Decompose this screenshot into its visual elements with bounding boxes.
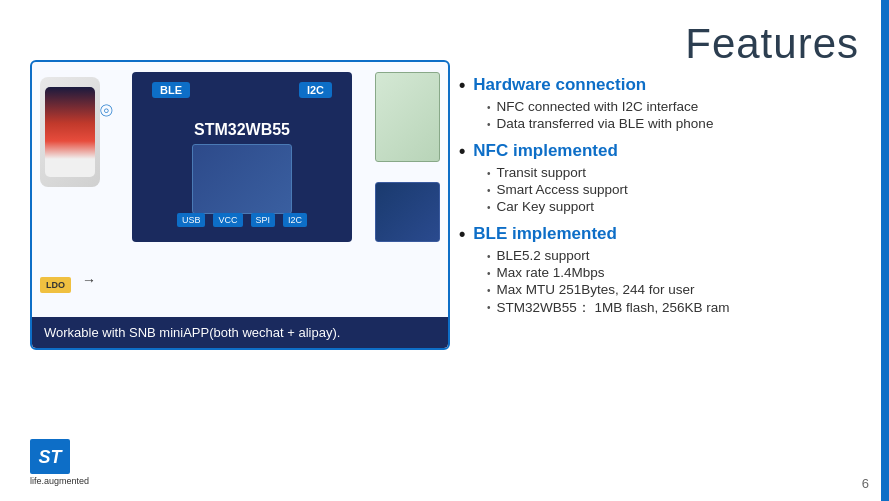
diagram-section: ⦾ BLE I2C STM32WB55 USB VCC SPI I2C → TF… xyxy=(30,60,450,370)
ble-wave-icon: ⦾ xyxy=(100,102,113,120)
sub-bullet-b3: • xyxy=(487,285,491,296)
st-logo-text: ST xyxy=(38,448,61,466)
ble-chip-label: BLE xyxy=(152,82,190,98)
feature-title-hardware: • Hardware connection xyxy=(459,75,859,95)
hardware-item-1: • NFC connected with I2C interface xyxy=(487,99,859,114)
bullet-hardware: • xyxy=(459,76,465,94)
sub-bullet-1: • xyxy=(487,102,491,113)
ldo-arrow-icon: → xyxy=(82,272,96,288)
nfc-item-2-text: Smart Access support xyxy=(497,182,628,197)
feature-group-ble: • BLE implemented • BLE5.2 support • Max… xyxy=(459,224,859,317)
nfc-item-1: • Transit support xyxy=(487,165,859,180)
nfc-item-3-text: Car Key support xyxy=(497,199,595,214)
feature-title-ble: • BLE implemented xyxy=(459,224,859,244)
ble-item-4: • STM32WB55： 1MB flash, 256KB ram xyxy=(487,299,859,317)
sub-bullet-2: • xyxy=(487,119,491,130)
ble-item-3: • Max MTU 251Bytes, 244 for user xyxy=(487,282,859,297)
sub-items-nfc: • Transit support • Smart Access support… xyxy=(487,165,859,214)
board-image-top xyxy=(375,72,440,162)
chip-board: BLE I2C STM32WB55 USB VCC SPI I2C xyxy=(132,72,352,242)
ble-item-3-text: Max MTU 251Bytes, 244 for user xyxy=(497,282,695,297)
sub-bullet-b1: • xyxy=(487,251,491,262)
sub-bullet-n1: • xyxy=(487,168,491,179)
sub-bullet-b2: • xyxy=(487,268,491,279)
feature-group-hardware: • Hardware connection • NFC connected wi… xyxy=(459,75,859,131)
bullet-nfc: • xyxy=(459,142,465,160)
feature-group-nfc: • NFC implemented • Transit support • Sm… xyxy=(459,141,859,214)
nfc-item-1-text: Transit support xyxy=(497,165,587,180)
feature-heading-hardware: Hardware connection xyxy=(473,75,646,95)
page-title: Features xyxy=(685,20,859,68)
hardware-item-2: • Data transferred via BLE with phone xyxy=(487,116,859,131)
ble-item-1: • BLE5.2 support xyxy=(487,248,859,263)
hardware-item-1-text: NFC connected with I2C interface xyxy=(497,99,699,114)
sub-bullet-n2: • xyxy=(487,185,491,196)
vcc-label: VCC xyxy=(213,213,242,227)
nfc-item-2: • Smart Access support xyxy=(487,182,859,197)
hardware-item-2-text: Data transferred via BLE with phone xyxy=(497,116,714,131)
phone-image xyxy=(40,77,100,187)
diagram-box: ⦾ BLE I2C STM32WB55 USB VCC SPI I2C → TF… xyxy=(30,60,450,350)
ble-item-2: • Max rate 1.4Mbps xyxy=(487,265,859,280)
feature-heading-nfc: NFC implemented xyxy=(473,141,618,161)
features-section: • Hardware connection • NFC connected wi… xyxy=(459,75,859,327)
page-number: 6 xyxy=(862,476,869,491)
spi-label: SPI xyxy=(251,213,276,227)
sub-labels: USB VCC SPI I2C xyxy=(132,213,352,227)
chip-name-label: STM32WB55 xyxy=(194,121,290,139)
ble-item-1-text: BLE5.2 support xyxy=(497,248,590,263)
diagram-caption: Workable with SNB miniAPP(both wechat + … xyxy=(32,317,448,348)
st-tagline: life.augmented xyxy=(30,476,89,486)
usb-label: USB xyxy=(177,213,206,227)
ble-item-2-text: Max rate 1.4Mbps xyxy=(497,265,605,280)
i2c2-label: I2C xyxy=(283,213,307,227)
st-logo-box: ST xyxy=(30,439,70,474)
sub-items-ble: • BLE5.2 support • Max rate 1.4Mbps • Ma… xyxy=(487,248,859,317)
chip-image xyxy=(192,144,292,214)
i2c-chip-label: I2C xyxy=(299,82,332,98)
accent-bar xyxy=(881,0,889,501)
diagram-inner: ⦾ BLE I2C STM32WB55 USB VCC SPI I2C → TF… xyxy=(32,62,448,348)
st-logo: ST life.augmented xyxy=(30,439,89,486)
sub-bullet-b4: • xyxy=(487,302,491,313)
nfc-item-3: • Car Key support xyxy=(487,199,859,214)
feature-heading-ble: BLE implemented xyxy=(473,224,617,244)
sub-bullet-n3: • xyxy=(487,202,491,213)
bullet-ble: • xyxy=(459,225,465,243)
ble-item-4-text: STM32WB55： 1MB flash, 256KB ram xyxy=(497,299,730,317)
board-image-bottom xyxy=(375,182,440,242)
ldo-label: LDO xyxy=(40,277,71,293)
sub-items-hardware: • NFC connected with I2C interface • Dat… xyxy=(487,99,859,131)
feature-title-nfc: • NFC implemented xyxy=(459,141,859,161)
